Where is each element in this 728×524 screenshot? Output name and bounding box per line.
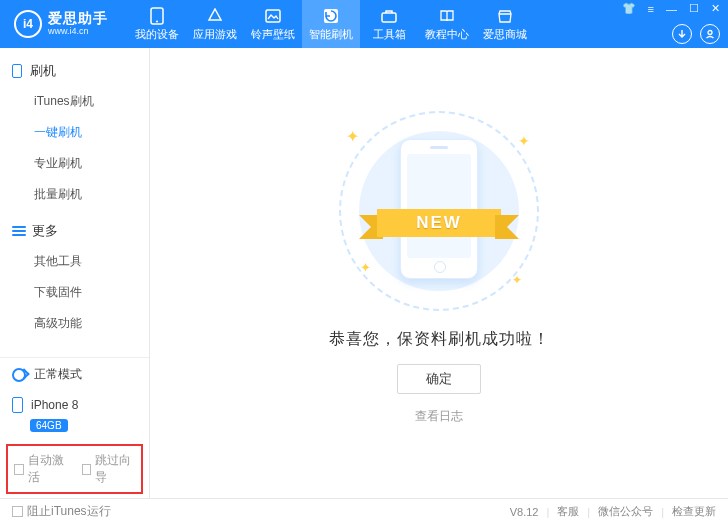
nav-ring-wall[interactable]: 铃声壁纸 bbox=[244, 0, 302, 48]
checkbox-icon bbox=[14, 464, 24, 475]
menu-bars-icon bbox=[12, 226, 26, 236]
phone-icon bbox=[148, 7, 166, 25]
nav-label: 智能刷机 bbox=[309, 27, 353, 42]
nav-my-device[interactable]: 我的设备 bbox=[128, 0, 186, 48]
device-row[interactable]: iPhone 8 64GB bbox=[0, 391, 149, 440]
sidebar-item-advanced[interactable]: 高级功能 bbox=[0, 308, 149, 339]
storage-badge: 64GB bbox=[30, 419, 68, 432]
sidebar-section-more[interactable]: 更多 bbox=[0, 216, 149, 246]
app-logo: i4 爱思助手 www.i4.cn bbox=[0, 10, 118, 38]
toolbox-icon bbox=[380, 7, 398, 25]
new-ribbon: NEW bbox=[359, 203, 519, 243]
ok-button[interactable]: 确定 bbox=[397, 364, 481, 394]
version-label: V8.12 bbox=[510, 506, 539, 518]
window-controls: 👕 ≡ — ☐ ✕ bbox=[620, 2, 722, 15]
phone-outline-icon bbox=[12, 64, 22, 78]
nav-smart-flash[interactable]: 智能刷机 bbox=[302, 0, 360, 48]
sparkle-icon: ✦ bbox=[346, 127, 359, 146]
status-bar: 阻止iTunes运行 V8.12 | 客服 | 微信公众号 | 检查更新 bbox=[0, 498, 728, 524]
sidebar-item-itunes-flash[interactable]: iTunes刷机 bbox=[0, 86, 149, 117]
header-actions bbox=[672, 24, 720, 44]
device-mode-row[interactable]: 正常模式 bbox=[0, 358, 149, 391]
checkbox-icon bbox=[12, 506, 23, 517]
device-name: iPhone 8 bbox=[31, 398, 78, 412]
success-message: 恭喜您，保资料刷机成功啦！ bbox=[329, 329, 550, 350]
footer-link-wechat[interactable]: 微信公众号 bbox=[598, 504, 653, 519]
svg-rect-4 bbox=[382, 13, 396, 22]
sidebar: 刷机 iTunes刷机 一键刷机 专业刷机 批量刷机 更多 其他工具 下载固件 … bbox=[0, 48, 150, 498]
sidebar-item-other-tools[interactable]: 其他工具 bbox=[0, 246, 149, 277]
nav-label: 我的设备 bbox=[135, 27, 179, 42]
sparkle-icon: ✦ bbox=[512, 273, 522, 287]
main-panel: ✦ ✦ ✦ ✦ NEW 恭喜您，保资料刷机成功啦！ 确定 查看日志 bbox=[150, 48, 728, 498]
top-nav: 我的设备 应用游戏 铃声壁纸 智能刷机 工具箱 教程中心 爱思商城 bbox=[128, 0, 534, 48]
nav-apps-games[interactable]: 应用游戏 bbox=[186, 0, 244, 48]
auto-activate-checkbox[interactable]: 自动激活 bbox=[14, 452, 68, 486]
sidebar-bottom: 正常模式 iPhone 8 64GB 自动激活 跳过向导 bbox=[0, 357, 149, 498]
nav-label: 铃声壁纸 bbox=[251, 27, 295, 42]
menu-icon[interactable]: ≡ bbox=[646, 3, 656, 15]
svg-point-5 bbox=[708, 31, 712, 35]
section-title: 刷机 bbox=[30, 62, 56, 80]
store-icon bbox=[496, 7, 514, 25]
nav-label: 爱思商城 bbox=[483, 27, 527, 42]
close-button[interactable]: ✕ bbox=[709, 2, 722, 15]
picture-icon bbox=[264, 7, 282, 25]
logo-badge: i4 bbox=[14, 10, 42, 38]
app-title: 爱思助手 bbox=[48, 11, 108, 26]
refresh-icon bbox=[322, 7, 340, 25]
normal-mode-icon bbox=[12, 368, 26, 382]
block-itunes-checkbox[interactable]: 阻止iTunes运行 bbox=[12, 503, 111, 520]
nav-label: 工具箱 bbox=[373, 27, 406, 42]
footer-link-update[interactable]: 检查更新 bbox=[672, 504, 716, 519]
mode-label: 正常模式 bbox=[34, 366, 82, 383]
minimize-button[interactable]: — bbox=[664, 3, 679, 15]
svg-rect-2 bbox=[266, 10, 280, 22]
footer-link-support[interactable]: 客服 bbox=[557, 504, 579, 519]
nav-tutorial[interactable]: 教程中心 bbox=[418, 0, 476, 48]
auto-options-highlight: 自动激活 跳过向导 bbox=[6, 444, 143, 494]
checkbox-label: 跳过向导 bbox=[95, 452, 135, 486]
section-title: 更多 bbox=[32, 222, 58, 240]
device-phone-icon bbox=[12, 397, 23, 413]
sidebar-item-batch-flash[interactable]: 批量刷机 bbox=[0, 179, 149, 210]
ribbon-text: NEW bbox=[377, 209, 501, 237]
sparkle-icon: ✦ bbox=[518, 133, 530, 149]
title-bar: i4 爱思助手 www.i4.cn 我的设备 应用游戏 铃声壁纸 智能刷机 工具… bbox=[0, 0, 728, 48]
content-area: 刷机 iTunes刷机 一键刷机 专业刷机 批量刷机 更多 其他工具 下载固件 … bbox=[0, 48, 728, 498]
checkbox-icon bbox=[82, 464, 92, 475]
maximize-button[interactable]: ☐ bbox=[687, 2, 701, 15]
sparkle-icon: ✦ bbox=[360, 260, 371, 275]
user-button[interactable] bbox=[700, 24, 720, 44]
app-subtitle: www.i4.cn bbox=[48, 27, 108, 37]
skip-guide-checkbox[interactable]: 跳过向导 bbox=[82, 452, 136, 486]
checkbox-label: 阻止iTunes运行 bbox=[27, 503, 111, 520]
svg-point-1 bbox=[156, 20, 158, 22]
nav-store[interactable]: 爱思商城 bbox=[476, 0, 534, 48]
success-illustration: ✦ ✦ ✦ ✦ NEW bbox=[324, 111, 554, 311]
skin-icon[interactable]: 👕 bbox=[620, 2, 638, 15]
sidebar-item-pro-flash[interactable]: 专业刷机 bbox=[0, 148, 149, 179]
nav-label: 应用游戏 bbox=[193, 27, 237, 42]
nav-toolbox[interactable]: 工具箱 bbox=[360, 0, 418, 48]
sidebar-section-flash[interactable]: 刷机 bbox=[0, 56, 149, 86]
book-icon bbox=[438, 7, 456, 25]
nav-label: 教程中心 bbox=[425, 27, 469, 42]
view-log-link[interactable]: 查看日志 bbox=[415, 408, 463, 425]
download-button[interactable] bbox=[672, 24, 692, 44]
checkbox-label: 自动激活 bbox=[28, 452, 68, 486]
apps-icon bbox=[206, 7, 224, 25]
sidebar-item-download-fw[interactable]: 下载固件 bbox=[0, 277, 149, 308]
sidebar-item-onekey-flash[interactable]: 一键刷机 bbox=[0, 117, 149, 148]
